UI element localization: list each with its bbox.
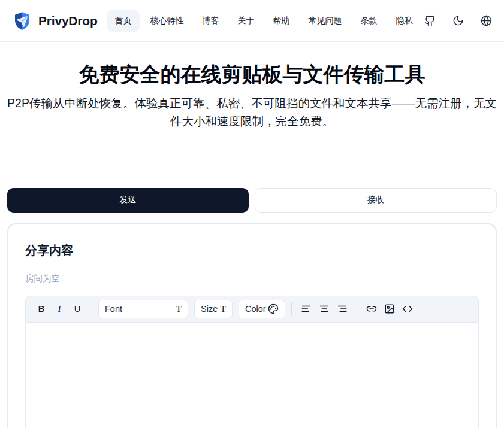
color-select[interactable]: Color [239, 300, 285, 318]
nav-item-home[interactable]: 首页 [107, 10, 140, 32]
align-right-button[interactable] [334, 300, 351, 317]
privydrop-logo-icon[interactable] [12, 11, 32, 31]
insert-code-button[interactable] [399, 300, 416, 317]
nav-item-blog[interactable]: 博客 [195, 10, 227, 32]
link-icon [366, 303, 377, 314]
size-select-label: Size [201, 304, 218, 314]
toolbar-divider [357, 302, 357, 316]
align-center-button[interactable] [316, 300, 333, 317]
nav-item-terms[interactable]: 条款 [353, 10, 385, 32]
room-status-text: 房间为空 [25, 273, 479, 284]
nav-item-faq[interactable]: 常见问题 [301, 10, 350, 32]
image-icon [384, 303, 395, 314]
page-title: 免费安全的在线剪贴板与文件传输工具 [0, 62, 504, 87]
main-nav: 首页 核心特性 博客 关于 帮助 常见问题 条款 隐私 [107, 10, 421, 32]
globe-icon[interactable] [481, 15, 492, 26]
italic-button[interactable]: I [51, 300, 68, 317]
align-left-icon [301, 303, 312, 314]
nav-item-features[interactable]: 核心特性 [143, 10, 192, 32]
font-select[interactable]: Font T [98, 300, 188, 318]
nav-item-about[interactable]: 关于 [230, 10, 262, 32]
bold-button[interactable]: B [33, 300, 50, 317]
header-action-icons [424, 15, 492, 26]
github-icon[interactable] [424, 15, 436, 26]
page-subtitle: P2P传输从中断处恢复。体验真正可靠、私密、不可阻挡的文件和文本共享——无需注册… [0, 94, 504, 130]
toolbar-divider [291, 302, 292, 316]
moon-icon[interactable] [452, 15, 464, 26]
palette-icon [268, 303, 279, 314]
nav-item-help[interactable]: 帮助 [265, 10, 298, 32]
code-icon [402, 303, 413, 314]
transfer-mode-tabs: 发送 接收 [7, 188, 497, 213]
underline-button[interactable]: U [69, 300, 86, 317]
align-right-icon [337, 303, 348, 314]
tab-send[interactable]: 发送 [7, 188, 249, 213]
font-select-label: Font [105, 304, 122, 314]
editor-toolbar: B I U Font T Size T Color [25, 296, 479, 323]
nav-item-privacy[interactable]: 隐私 [388, 10, 421, 32]
insert-link-button[interactable] [363, 300, 380, 317]
card-title: 分享内容 [25, 242, 479, 259]
toolbar-divider [92, 302, 92, 316]
share-content-card: 分享内容 房间为空 B I U Font T Size T Color [7, 223, 497, 428]
align-center-icon [319, 303, 330, 314]
insert-image-button[interactable] [381, 300, 398, 317]
tab-receive[interactable]: 接收 [255, 188, 497, 213]
font-type-icon: T [176, 303, 182, 314]
align-left-button[interactable] [298, 300, 315, 317]
color-select-label: Color [245, 304, 266, 314]
top-navigation-bar: PrivyDrop 首页 核心特性 博客 关于 帮助 常见问题 条款 隐私 [0, 0, 504, 42]
hero-section: 免费安全的在线剪贴板与文件传输工具 P2P传输从中断处恢复。体验真正可靠、私密、… [0, 42, 504, 130]
size-type-icon: T [221, 303, 226, 314]
size-select[interactable]: Size T [194, 300, 233, 318]
privydrop-homepage: PrivyDrop 首页 核心特性 博客 关于 帮助 常见问题 条款 隐私 [0, 0, 504, 428]
brand-name[interactable]: PrivyDrop [38, 14, 98, 28]
rich-text-editor[interactable] [25, 323, 479, 428]
